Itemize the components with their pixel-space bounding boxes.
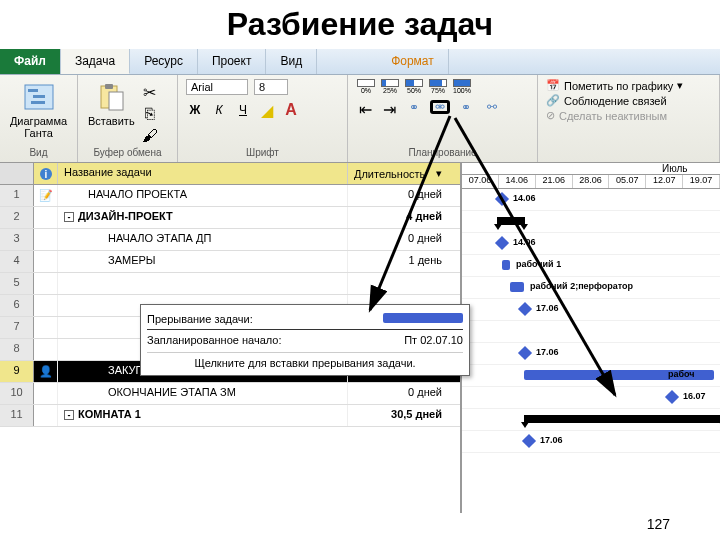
duration-cell[interactable]: 0 дней bbox=[348, 229, 448, 250]
tab-resource[interactable]: Ресурс bbox=[130, 49, 198, 74]
respect-links-button[interactable]: 🔗Соблюдение связей bbox=[546, 94, 711, 107]
underline-button[interactable]: Ч bbox=[234, 103, 252, 117]
group-font-label: Шрифт bbox=[186, 147, 339, 158]
duration-cell[interactable] bbox=[348, 273, 448, 294]
duration-cell[interactable]: 4 дней bbox=[348, 207, 448, 228]
indent-icon[interactable]: ⇥ bbox=[380, 100, 398, 118]
link-icon[interactable]: ⚭ bbox=[404, 100, 424, 114]
progress-25[interactable]: 25% bbox=[380, 79, 400, 94]
col-duration[interactable]: Длительность▾ bbox=[348, 163, 448, 184]
link2-icon[interactable]: ⚭ bbox=[456, 100, 476, 114]
col-info[interactable]: i bbox=[34, 163, 58, 184]
gantt-row[interactable]: рабоч bbox=[462, 365, 720, 387]
gantt-row[interactable] bbox=[462, 211, 720, 233]
row-number[interactable]: 4 bbox=[0, 251, 34, 272]
fill-color-icon[interactable]: ◢ bbox=[258, 101, 276, 119]
progress-50[interactable]: 50% bbox=[404, 79, 424, 94]
make-inactive-button[interactable]: ⊘Сделать неактивным bbox=[546, 109, 711, 122]
mark-on-schedule-button[interactable]: 📅Пометить по графику ▾ bbox=[546, 79, 711, 92]
row-number[interactable]: 10 bbox=[0, 383, 34, 404]
gantt-row[interactable]: рабочий 2;перфоратор bbox=[462, 277, 720, 299]
gantt-row[interactable]: 14.06 bbox=[462, 189, 720, 211]
gantt-row[interactable]: 17.06 bbox=[462, 299, 720, 321]
tab-project[interactable]: Проект bbox=[198, 49, 267, 74]
task-row[interactable]: 2-ДИЗАЙН-ПРОЕКТ4 дней bbox=[0, 207, 460, 229]
outline-toggle[interactable]: - bbox=[64, 410, 74, 420]
gantt-row[interactable]: 14.06 bbox=[462, 233, 720, 255]
row-number[interactable]: 11 bbox=[0, 405, 34, 426]
gantt-row[interactable] bbox=[462, 409, 720, 431]
gantt-row[interactable] bbox=[462, 321, 720, 343]
row-number[interactable]: 8 bbox=[0, 339, 34, 360]
tab-file[interactable]: Файл bbox=[0, 49, 61, 74]
summary-bar[interactable] bbox=[497, 217, 525, 225]
duration-cell[interactable]: 1 день bbox=[348, 251, 448, 272]
duration-cell[interactable]: 0 дней bbox=[348, 383, 448, 404]
milestone[interactable] bbox=[495, 192, 509, 206]
row-number[interactable]: 7 bbox=[0, 317, 34, 338]
copy-icon[interactable]: ⎘ bbox=[141, 105, 159, 123]
task-row[interactable]: 11-КОМНАТА 130,5 дней bbox=[0, 405, 460, 427]
task-row[interactable]: 4ЗАМЕРЫ1 день bbox=[0, 251, 460, 273]
milestone[interactable] bbox=[665, 390, 679, 404]
gantt-row[interactable]: 16.07 bbox=[462, 387, 720, 409]
tab-view[interactable]: Вид bbox=[266, 49, 317, 74]
bold-button[interactable]: Ж bbox=[186, 103, 204, 117]
milestone[interactable] bbox=[522, 434, 536, 448]
duration-cell[interactable]: 0 дней bbox=[348, 185, 448, 206]
font-name-select[interactable] bbox=[186, 79, 248, 95]
row-number[interactable]: 3 bbox=[0, 229, 34, 250]
slide-title: Разбиение задач bbox=[0, 0, 720, 49]
task-name-cell[interactable]: ОКОНЧАНИЕ ЭТАПА ЗМ bbox=[58, 383, 348, 404]
gantt-row[interactable]: 17.06 bbox=[462, 343, 720, 365]
task-row[interactable]: 10ОКОНЧАНИЕ ЭТАПА ЗМ0 дней bbox=[0, 383, 460, 405]
dropdown-icon[interactable]: ▾ bbox=[436, 167, 442, 180]
gantt-chart-button[interactable]: Диаграмма Ганта bbox=[8, 79, 69, 141]
task-name-cell[interactable]: НАЧАЛО ПРОЕКТА bbox=[58, 185, 348, 206]
task-row[interactable]: 3НАЧАЛО ЭТАПА ДП0 дней bbox=[0, 229, 460, 251]
row-number[interactable]: 2 bbox=[0, 207, 34, 228]
task-name-cell[interactable]: ЗАМЕРЫ bbox=[58, 251, 348, 272]
milestone[interactable] bbox=[518, 302, 532, 316]
milestone[interactable] bbox=[495, 236, 509, 250]
progress-0[interactable]: 0% bbox=[356, 79, 376, 94]
col-name[interactable]: Название задачи bbox=[58, 163, 348, 184]
gantt-row[interactable]: 17.06 bbox=[462, 431, 720, 453]
format-painter-icon[interactable]: 🖌 bbox=[141, 127, 159, 145]
gantt-row[interactable]: рабочий 1 bbox=[462, 255, 720, 277]
font-size-select[interactable] bbox=[254, 79, 288, 95]
task-bar[interactable] bbox=[510, 282, 524, 292]
task-row[interactable]: 1📝НАЧАЛО ПРОЕКТА0 дней bbox=[0, 185, 460, 207]
task-bar[interactable] bbox=[502, 260, 510, 270]
cut-icon[interactable]: ✂ bbox=[141, 83, 159, 101]
unlink-icon[interactable]: ⚯ bbox=[482, 100, 502, 114]
task-name-cell[interactable]: НАЧАЛО ЭТАПА ДП bbox=[58, 229, 348, 250]
tab-format[interactable]: Формат bbox=[377, 49, 449, 74]
task-name-cell[interactable]: -КОМНАТА 1 bbox=[58, 405, 348, 426]
milestone[interactable] bbox=[518, 346, 532, 360]
row-number[interactable]: 9 bbox=[0, 361, 34, 382]
task-name-cell[interactable]: -ДИЗАЙН-ПРОЕКТ bbox=[58, 207, 348, 228]
outdent-icon[interactable]: ⇤ bbox=[356, 100, 374, 118]
task-name-cell[interactable] bbox=[58, 273, 348, 294]
row-number[interactable]: 5 bbox=[0, 273, 34, 294]
row-number[interactable]: 1 bbox=[0, 185, 34, 206]
font-color-icon[interactable]: A bbox=[282, 101, 300, 119]
task-row[interactable]: 5 bbox=[0, 273, 460, 295]
summary-bar[interactable] bbox=[524, 415, 720, 423]
italic-button[interactable]: К bbox=[210, 103, 228, 117]
paste-button[interactable]: Вставить bbox=[86, 79, 137, 145]
progress-100[interactable]: 100% bbox=[452, 79, 472, 94]
bar-label: рабочий 1 bbox=[516, 259, 561, 269]
day-header: 14.06 bbox=[499, 175, 536, 188]
duration-cell[interactable]: 30,5 дней bbox=[348, 405, 448, 426]
tab-task[interactable]: Задача bbox=[61, 49, 130, 74]
outline-toggle[interactable]: - bbox=[64, 212, 74, 222]
col-rownum[interactable] bbox=[0, 163, 34, 184]
gantt-chart[interactable]: Июль 07.0614.0621.0628.0605.0712.0719.07… bbox=[462, 163, 720, 513]
gantt-body[interactable]: 14.0614.06рабочий 1рабочий 2;перфоратор1… bbox=[462, 189, 720, 453]
progress-75[interactable]: 75% bbox=[428, 79, 448, 94]
row-info bbox=[34, 295, 58, 316]
row-number[interactable]: 6 bbox=[0, 295, 34, 316]
split-task-icon[interactable]: ⚮ bbox=[430, 100, 450, 114]
